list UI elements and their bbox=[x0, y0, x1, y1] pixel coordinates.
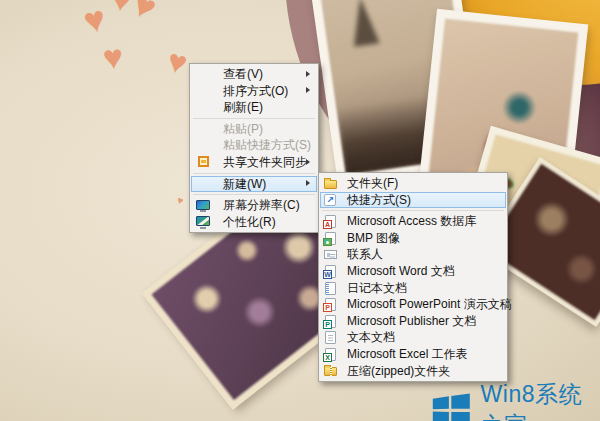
submenu-arrow-icon bbox=[306, 87, 310, 93]
submenu-item-bmp-image[interactable]: BMP 图像 bbox=[320, 230, 506, 247]
menu-item-label: 查看(V) bbox=[223, 67, 263, 81]
submenu-arrow-icon bbox=[306, 159, 310, 165]
menu-item-label: 粘贴(P) bbox=[223, 122, 263, 136]
powerpoint-doc-icon bbox=[324, 298, 338, 312]
menu-item-personalize[interactable]: 个性化(R) bbox=[191, 214, 317, 231]
menu-item-new[interactable]: 新建(W) bbox=[191, 176, 317, 193]
menu-item-label: 日记本文档 bbox=[347, 281, 407, 295]
watermark-text: Win8系统之家 bbox=[481, 379, 600, 421]
submenu-arrow-icon bbox=[306, 71, 310, 77]
screen-resolution-icon bbox=[196, 199, 210, 213]
submenu-item-publisher-document[interactable]: Microsoft Publisher 文档 bbox=[320, 313, 506, 330]
menu-item-sort-by[interactable]: 排序方式(O) bbox=[191, 83, 317, 100]
submenu-arrow-icon bbox=[306, 180, 310, 186]
menu-item-shared-folder-sync[interactable]: 共享文件夹同步 bbox=[191, 154, 317, 171]
menu-item-paste: 粘贴(P) bbox=[191, 121, 317, 138]
menu-item-label: BMP 图像 bbox=[347, 231, 400, 245]
submenu-item-journal-document[interactable]: 日记本文档 bbox=[320, 280, 506, 297]
menu-separator bbox=[193, 194, 315, 195]
shortcut-icon bbox=[324, 193, 338, 207]
submenu-item-word-document[interactable]: Microsoft Word 文档 bbox=[320, 263, 506, 280]
eiffel-tower-silhouette bbox=[347, 0, 379, 47]
folder-icon bbox=[324, 177, 338, 191]
submenu-item-folder[interactable]: 文件夹(F) bbox=[320, 175, 506, 192]
menu-item-label: 联系人 bbox=[347, 247, 383, 261]
windows-8-logo-icon bbox=[432, 389, 471, 421]
submenu-item-shortcut[interactable]: 快捷方式(S) bbox=[320, 192, 506, 209]
submenu-item-excel-worksheet[interactable]: Microsoft Excel 工作表 bbox=[320, 346, 506, 363]
excel-doc-icon bbox=[324, 347, 338, 361]
submenu-item-zipped-folder[interactable]: 压缩(zipped)文件夹 bbox=[320, 363, 506, 380]
submenu-item-contact[interactable]: 联系人 bbox=[320, 246, 506, 263]
menu-item-label: Microsoft Publisher 文档 bbox=[347, 314, 476, 328]
bmp-image-icon bbox=[324, 231, 338, 245]
menu-item-view[interactable]: 查看(V) bbox=[191, 66, 317, 83]
sync-folder-icon bbox=[196, 155, 210, 169]
menu-item-screen-resolution[interactable]: 屏幕分辨率(C) bbox=[191, 197, 317, 214]
menu-item-paste-shortcut: 粘贴快捷方式(S) bbox=[191, 137, 317, 154]
menu-item-refresh[interactable]: 刷新(E) bbox=[191, 99, 317, 116]
desktop-context-menu: 查看(V) 排序方式(O) 刷新(E) 粘贴(P) 粘贴快捷方式(S) 共享文件… bbox=[189, 63, 319, 233]
word-doc-icon bbox=[324, 264, 338, 278]
menu-item-label: 屏幕分辨率(C) bbox=[223, 198, 300, 212]
menu-item-label: 压缩(zipped)文件夹 bbox=[347, 364, 450, 378]
zip-folder-icon bbox=[324, 364, 338, 378]
menu-item-label: 个性化(R) bbox=[223, 215, 276, 229]
menu-item-label: Microsoft Excel 工作表 bbox=[347, 347, 468, 361]
menu-item-label: 粘贴快捷方式(S) bbox=[223, 138, 311, 152]
menu-item-label: Microsoft Access 数据库 bbox=[347, 214, 476, 228]
publisher-doc-icon bbox=[324, 314, 338, 328]
menu-item-label: 快捷方式(S) bbox=[347, 193, 411, 207]
access-doc-icon bbox=[324, 215, 338, 229]
heart-icon: ♥ bbox=[164, 44, 190, 80]
text-doc-icon bbox=[324, 331, 338, 345]
contact-card-icon bbox=[324, 248, 338, 262]
submenu-item-access-database[interactable]: Microsoft Access 数据库 bbox=[320, 213, 506, 230]
menu-separator bbox=[193, 173, 315, 174]
menu-item-label: Microsoft Word 文档 bbox=[347, 264, 455, 278]
heart-icon: ♥ bbox=[127, 0, 163, 27]
menu-item-label: 新建(W) bbox=[223, 177, 266, 191]
menu-item-label: 文件夹(F) bbox=[347, 176, 398, 190]
menu-separator bbox=[322, 210, 504, 211]
new-submenu: 文件夹(F) 快捷方式(S) Microsoft Access 数据库 BMP … bbox=[318, 172, 508, 382]
menu-separator bbox=[193, 118, 315, 119]
menu-item-label: 共享文件夹同步 bbox=[223, 155, 307, 169]
heart-icon: ♥ bbox=[102, 39, 125, 75]
menu-item-label: 刷新(E) bbox=[223, 100, 263, 114]
win8-watermark: Win8系统之家 bbox=[432, 379, 600, 421]
menu-item-label: 文本文档 bbox=[347, 330, 395, 344]
submenu-item-text-document[interactable]: 文本文档 bbox=[320, 329, 506, 346]
journal-doc-icon bbox=[324, 281, 338, 295]
heart-icon: ♥ bbox=[80, 0, 108, 40]
personalization-icon bbox=[196, 215, 210, 229]
menu-item-label: 排序方式(O) bbox=[223, 84, 288, 98]
menu-item-label: Microsoft PowerPoint 演示文稿 bbox=[347, 297, 512, 311]
heart-icon: ♥ bbox=[175, 195, 184, 206]
submenu-item-powerpoint-presentation[interactable]: Microsoft PowerPoint 演示文稿 bbox=[320, 296, 506, 313]
